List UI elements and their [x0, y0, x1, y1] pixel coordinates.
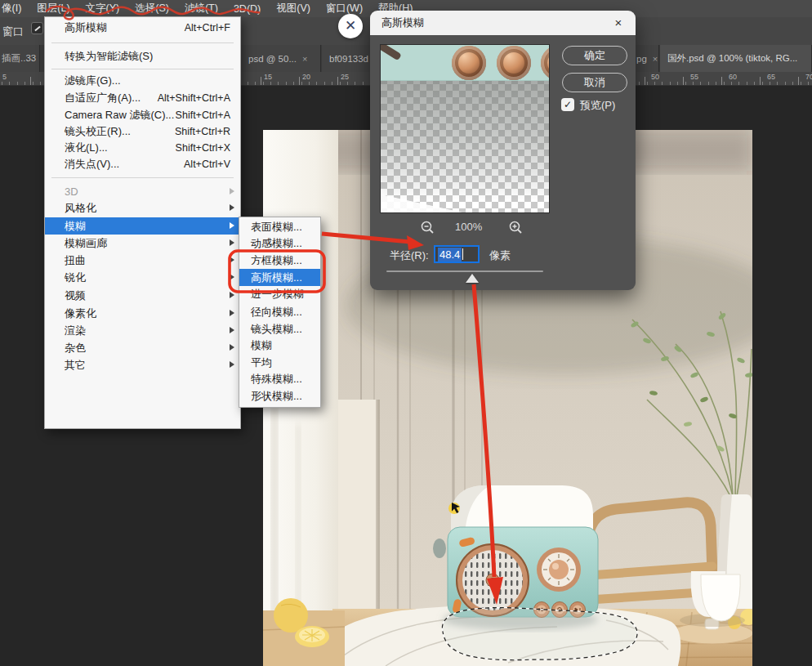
radio-knob-preview [452, 46, 486, 80]
submenu-arrow-icon [230, 239, 234, 246]
menu-item-label: 形状模糊... [251, 389, 302, 404]
menu-item-label: 模糊画廊 [65, 236, 107, 251]
submenu-arrow-icon [230, 204, 234, 211]
menu-item-video[interactable]: 视频 [45, 287, 240, 304]
ruler-label: 25 [341, 73, 349, 81]
tab-document-3[interactable]: bf09133d [322, 45, 373, 72]
tab-document-active[interactable]: 国外.psd @ 100% (tiktok, RG... [660, 45, 812, 72]
menu-item-label: 方框模糊... [251, 253, 302, 268]
radius-input[interactable]: 48.4 [434, 245, 480, 263]
cancel-button[interactable]: 取消 [562, 73, 627, 92]
menu-separator [51, 42, 234, 43]
radius-slider-thumb[interactable] [466, 274, 479, 283]
preview-dark-detail [380, 44, 402, 60]
overlay-close-button[interactable]: ✕ [338, 14, 363, 38]
dialog-close-icon[interactable]: × [609, 14, 627, 32]
zoom-in-icon[interactable] [509, 221, 523, 235]
blur-preview[interactable] [380, 44, 550, 213]
menu-item-label: 视频 [65, 288, 86, 303]
menu-item-label: 转换为智能滤镜(S) [65, 49, 153, 64]
ruler-label: 70 [805, 73, 812, 81]
menu-item-filter-gallery[interactable]: 滤镜库(G)... [45, 72, 240, 89]
menu-item-camera-raw[interactable]: Camera Raw 滤镜(C)... Shift+Ctrl+A [45, 106, 240, 123]
submenu-item-gaussian-blur[interactable]: 高斯模糊... [239, 269, 320, 286]
menu-item-shortcut: Shift+Ctrl+R [175, 126, 230, 137]
tab-close-icon[interactable]: × [653, 54, 658, 64]
menu-item-label: 自适应广角(A)... [65, 91, 141, 105]
menu-item-3d[interactable]: 3D [45, 183, 240, 200]
ok-button[interactable]: 确定 [562, 46, 627, 65]
radius-slider-track[interactable] [386, 270, 543, 272]
menu-item-label: 平均 [251, 355, 272, 370]
menu-item-label: 模糊 [65, 219, 86, 234]
preview-image-band [381, 45, 549, 81]
radio-knob-preview [541, 46, 550, 80]
menu-image[interactable]: 像(I) [2, 2, 21, 16]
tab-label: bf09133d [329, 54, 368, 64]
menu-item-label: Camera Raw 滤镜(C)... [65, 108, 174, 123]
menu-item-pixelate[interactable]: 像素化 [45, 305, 240, 322]
menu-window[interactable]: 窗口(W) [326, 2, 363, 16]
zoom-out-icon[interactable] [421, 221, 435, 235]
menu-item-liquify[interactable]: 液化(L)... Shift+Ctrl+X [45, 139, 240, 156]
menu-separator [51, 177, 234, 178]
menu-item-vanishing-point[interactable]: 消失点(V)... Alt+Ctrl+V [45, 155, 240, 172]
menu-item-convert-smart-filters[interactable]: 转换为智能滤镜(S) [45, 47, 240, 65]
submenu-item-blur-more[interactable]: 进一步模糊 [239, 285, 320, 302]
menu-item-label: 镜头校正(R)... [65, 124, 131, 139]
tool-preset-icon[interactable] [31, 22, 43, 34]
menu-3d[interactable]: 3D(D) [234, 3, 261, 15]
menu-item-label: 消失点(V)... [65, 157, 119, 172]
submenu-arrow-icon [230, 361, 234, 368]
submenu-item-average[interactable]: 平均 [239, 354, 320, 371]
submenu-item-shape-blur[interactable]: 形状模糊... [239, 387, 320, 405]
menu-item-blur[interactable]: 模糊 [45, 217, 240, 235]
menu-item-label: 液化(L)... [65, 141, 108, 155]
submenu-item-surface-blur[interactable]: 表面模糊... [239, 218, 320, 235]
menu-item-label: 其它 [65, 358, 86, 373]
window-label: 窗口 [2, 25, 24, 39]
menu-item-label: 滤镜库(G)... [65, 74, 121, 88]
menu-view[interactable]: 视图(V) [276, 2, 310, 16]
menu-item-shortcut: Shift+Ctrl+A [176, 110, 230, 121]
submenu-item-blur[interactable]: 模糊 [239, 337, 320, 354]
menu-item-adaptive-wide-angle[interactable]: 自适应广角(A)... Alt+Shift+Ctrl+A [45, 89, 240, 106]
radius-value: 48.4 [438, 248, 462, 261]
tab-document-2[interactable]: psd @ 50... × [241, 45, 321, 72]
submenu-item-smart-blur[interactable]: 特殊模糊... [239, 370, 320, 387]
ruler-label: 60 [729, 73, 737, 81]
menu-item-other[interactable]: 其它 [45, 356, 240, 373]
menu-select[interactable]: 选择(S) [135, 2, 169, 16]
menu-item-render[interactable]: 渲染 [45, 322, 240, 339]
menu-item-distort[interactable]: 扭曲 [45, 252, 240, 269]
tab-close-icon[interactable]: × [302, 54, 307, 64]
menu-item-stylize[interactable]: 风格化 [45, 199, 240, 217]
tab-label: pg [636, 54, 647, 64]
menu-item-noise[interactable]: 杂色 [45, 339, 240, 356]
menu-layer[interactable]: 图层(L) [37, 2, 69, 16]
submenu-item-radial-blur[interactable]: 径向模糊... [239, 303, 320, 320]
tab-label: psd @ 50... [248, 54, 297, 64]
submenu-item-lens-blur[interactable]: 镜头模糊... [239, 320, 320, 337]
menu-filter[interactable]: 滤镜(T) [185, 2, 218, 16]
dialog-title-bar[interactable]: 高斯模糊 × [370, 11, 636, 35]
menu-item-label: 像素化 [65, 306, 96, 321]
text-caret [462, 248, 463, 260]
menu-item-sharpen[interactable]: 锐化 [45, 269, 240, 286]
blur-submenu: 表面模糊... 动感模糊... 方框模糊... 高斯模糊... 进一步模糊 径向… [239, 217, 321, 408]
submenu-arrow-icon [230, 310, 234, 316]
submenu-arrow-icon [230, 344, 234, 351]
menu-type[interactable]: 文字(Y) [86, 2, 120, 16]
menu-item-blur-gallery[interactable]: 模糊画廊 [45, 235, 240, 252]
tab-document-1[interactable]: 插画..33 [0, 45, 40, 72]
submenu-item-motion-blur[interactable]: 动感模糊... [239, 235, 320, 252]
tab-label: 国外.psd @ 100% (tiktok, RG... [667, 52, 797, 65]
preview-checkbox[interactable]: ✓ [561, 98, 574, 111]
window-frame [338, 400, 377, 620]
menu-item-shortcut: Alt+Shift+Ctrl+A [158, 92, 230, 104]
menu-item-last-filter[interactable]: 高斯模糊 Alt+Ctrl+F [45, 19, 240, 36]
menu-item-lens-correction[interactable]: 镜头校正(R)... Shift+Ctrl+R [45, 123, 240, 140]
menu-item-shortcut: Alt+Ctrl+V [184, 159, 230, 170]
zoom-level: 100% [455, 221, 482, 233]
submenu-item-box-blur[interactable]: 方框模糊... [239, 252, 320, 269]
